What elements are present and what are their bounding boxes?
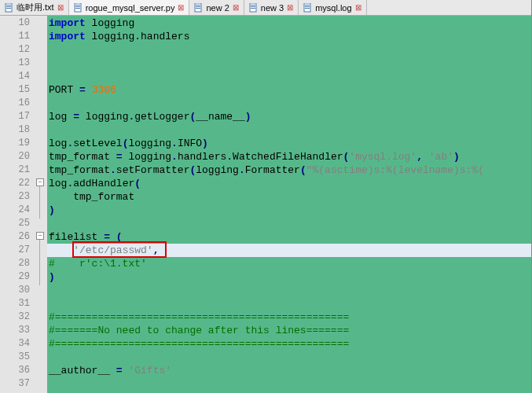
svg-rect-18 bbox=[305, 6, 310, 7]
fold-margin: −− bbox=[35, 16, 47, 393]
code-line[interactable] bbox=[47, 377, 531, 391]
code-line[interactable]: #=======No need to change after this lin… bbox=[47, 324, 531, 337]
svg-rect-19 bbox=[305, 8, 310, 9]
line-number: 35 bbox=[0, 351, 35, 364]
code-area[interactable]: import loggingimport logging.handlers PO… bbox=[47, 16, 531, 393]
tab-bar: 临时用.txt⊠rogue_mysql_server.py⊠new 2⊠new … bbox=[0, 0, 531, 16]
line-number: 25 bbox=[0, 217, 35, 230]
line-number: 27 bbox=[0, 244, 35, 257]
code-line[interactable]: PORT = 3306 bbox=[47, 83, 531, 97]
line-number: 31 bbox=[0, 297, 35, 310]
editor: 1011121314151617181920212223242526272829… bbox=[0, 16, 531, 393]
line-number: 16 bbox=[0, 97, 35, 110]
code-line[interactable]: import logging.handlers bbox=[47, 30, 531, 43]
line-number: 18 bbox=[0, 123, 35, 137]
line-number: 12 bbox=[0, 43, 35, 57]
svg-rect-9 bbox=[196, 5, 200, 6]
code-line[interactable]: log.addHandler( bbox=[47, 177, 531, 190]
code-line[interactable]: log = logging.getLogger(__name__) bbox=[47, 110, 531, 123]
tab-label: mysql.log bbox=[315, 3, 351, 13]
close-icon[interactable]: ⊠ bbox=[178, 3, 184, 12]
close-icon[interactable]: ⊠ bbox=[57, 3, 64, 12]
code-line[interactable]: __author__ = 'Gifts' bbox=[47, 364, 531, 377]
line-number: 23 bbox=[0, 190, 35, 204]
line-number: 10 bbox=[0, 17, 35, 30]
code-line[interactable]: filelist = ( bbox=[47, 230, 531, 244]
code-line[interactable] bbox=[47, 70, 531, 83]
line-number: 14 bbox=[0, 70, 35, 83]
line-number: 29 bbox=[0, 270, 35, 284]
file-icon bbox=[74, 3, 83, 13]
line-gutter: 1011121314151617181920212223242526272829… bbox=[0, 16, 35, 393]
file-icon bbox=[194, 3, 204, 13]
svg-rect-8 bbox=[195, 3, 201, 12]
code-line[interactable] bbox=[47, 97, 531, 110]
code-line[interactable] bbox=[47, 57, 531, 70]
close-icon[interactable]: ⊠ bbox=[233, 3, 239, 12]
code-line[interactable]: ) bbox=[47, 270, 531, 284]
code-line[interactable]: tmp_format bbox=[47, 190, 531, 204]
svg-rect-17 bbox=[305, 5, 310, 6]
svg-rect-6 bbox=[75, 6, 80, 7]
line-number: 15 bbox=[0, 83, 35, 97]
code-line[interactable]: tmp_format.setFormatter(logging.Formatte… bbox=[47, 163, 531, 177]
line-number: 37 bbox=[0, 377, 35, 391]
svg-rect-14 bbox=[251, 6, 255, 7]
tab[interactable]: rogue_mysql_server.py⊠ bbox=[69, 0, 190, 15]
fold-toggle[interactable]: − bbox=[36, 178, 44, 186]
line-number: 21 bbox=[0, 163, 35, 177]
code-line[interactable]: import logging bbox=[47, 17, 531, 30]
code-line[interactable]: tmp_format = logging.handlers.WatchedFil… bbox=[47, 150, 531, 163]
svg-rect-1 bbox=[6, 5, 11, 6]
line-number: 20 bbox=[0, 150, 35, 163]
svg-rect-11 bbox=[196, 8, 200, 9]
line-number: 24 bbox=[0, 204, 35, 217]
tab[interactable]: new 2⊠ bbox=[189, 0, 244, 15]
code-line[interactable] bbox=[47, 284, 531, 297]
line-number: 19 bbox=[0, 137, 35, 150]
line-number: 34 bbox=[0, 337, 35, 351]
code-line[interactable] bbox=[47, 297, 531, 310]
line-number: 13 bbox=[0, 57, 35, 70]
code-line[interactable] bbox=[47, 351, 531, 364]
line-number: 28 bbox=[0, 257, 35, 270]
svg-rect-15 bbox=[251, 8, 255, 9]
tab[interactable]: mysql.log⊠ bbox=[299, 0, 366, 15]
tab[interactable]: new 3⊠ bbox=[244, 0, 299, 15]
tab-label: 临时用.txt bbox=[17, 2, 54, 13]
svg-rect-2 bbox=[6, 6, 11, 7]
code-line[interactable]: #=======================================… bbox=[47, 310, 531, 324]
tab-label: rogue_mysql_server.py bbox=[86, 3, 175, 13]
code-line[interactable]: ) bbox=[47, 204, 531, 217]
code-line[interactable]: log.setLevel(logging.INFO) bbox=[47, 137, 531, 150]
code-line[interactable] bbox=[47, 123, 531, 137]
line-number: 17 bbox=[0, 110, 35, 123]
tab-label: new 2 bbox=[206, 3, 229, 13]
close-icon[interactable]: ⊠ bbox=[355, 3, 361, 12]
line-number: 33 bbox=[0, 324, 35, 337]
file-icon bbox=[303, 3, 313, 13]
code-line[interactable]: #=======================================… bbox=[47, 337, 531, 351]
fold-toggle[interactable]: − bbox=[36, 232, 44, 240]
svg-rect-4 bbox=[75, 3, 81, 12]
svg-rect-7 bbox=[75, 8, 80, 9]
tab[interactable]: 临时用.txt⊠ bbox=[0, 0, 69, 15]
line-number: 30 bbox=[0, 284, 35, 297]
code-line[interactable]: # r'c:\1.txt' bbox=[47, 257, 531, 270]
file-icon bbox=[249, 3, 259, 13]
svg-rect-10 bbox=[196, 6, 200, 7]
code-line[interactable] bbox=[47, 217, 531, 230]
svg-rect-0 bbox=[6, 3, 12, 12]
line-number: 11 bbox=[0, 30, 35, 43]
svg-rect-5 bbox=[75, 5, 80, 6]
line-number: 32 bbox=[0, 310, 35, 324]
code-line[interactable] bbox=[47, 43, 531, 57]
line-number: 36 bbox=[0, 364, 35, 377]
tab-label: new 3 bbox=[261, 3, 284, 13]
line-number: 22 bbox=[0, 177, 35, 190]
svg-rect-13 bbox=[251, 5, 255, 6]
file-icon bbox=[5, 3, 14, 13]
close-icon[interactable]: ⊠ bbox=[287, 3, 293, 12]
code-line[interactable]: '/etc/passwd', bbox=[47, 244, 531, 257]
svg-rect-12 bbox=[250, 3, 256, 12]
